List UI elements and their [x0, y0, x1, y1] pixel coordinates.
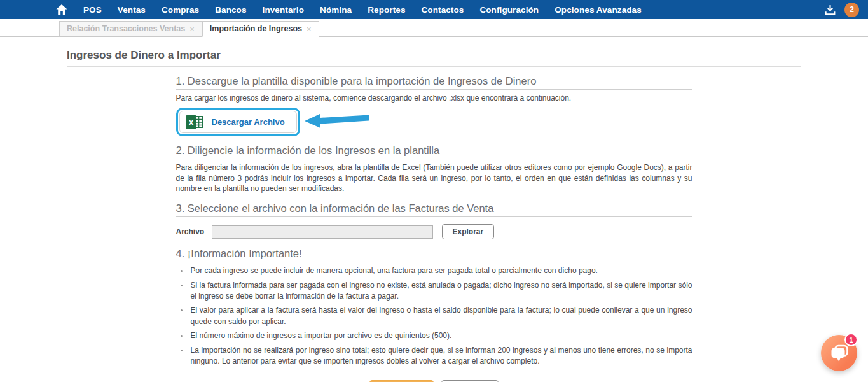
list-item: El valor para aplicar a la factura será … [189, 305, 692, 327]
list-item: La importación no se realizará por ingre… [189, 345, 692, 367]
svg-text:X: X [188, 117, 194, 127]
nav-item-contactos[interactable]: Contactos [422, 5, 464, 15]
download-row: X Descargar Archivo [176, 108, 692, 136]
close-icon[interactable]: × [189, 25, 195, 33]
nav-item-reportes[interactable]: Reportes [368, 5, 405, 15]
list-item: El número máximo de ingresos a importar … [189, 330, 692, 341]
excel-icon: X [186, 115, 203, 129]
browse-button[interactable]: Explorar [442, 224, 495, 239]
list-item: Si la factura informada para ser pagada … [189, 280, 692, 302]
nav-item-inventario[interactable]: Inventario [263, 5, 305, 15]
download-icon [824, 4, 836, 16]
section-1-description: Para cargar los ingresos de dinero al si… [176, 93, 692, 104]
page-title: Ingresos de Dinero a Importar [67, 49, 801, 62]
section-divider [176, 159, 692, 159]
section-2-description: Para diligenciar la información de los i… [176, 162, 692, 194]
nav-item-ventas[interactable]: Ventas [118, 5, 146, 15]
download-file-label: Descargar Archivo [212, 117, 285, 127]
download-file-button[interactable]: X Descargar Archivo [179, 111, 297, 133]
notification-badge[interactable]: 2 [844, 3, 859, 17]
home-icon [56, 4, 67, 15]
nav-item-opciones-avanzadas[interactable]: Opciones Avanzadas [555, 5, 642, 15]
chat-bubbles-icon [830, 344, 849, 362]
tab-label: Relación Transacciones Ventas [67, 24, 185, 33]
list-item: Por cada ingreso se puede incluir de man… [189, 265, 692, 276]
file-select-row: Archivo Explorar [176, 224, 692, 239]
section-1-heading: 1. Descargue la plantilla disponible par… [176, 75, 692, 87]
section-divider [176, 262, 692, 262]
section-divider [176, 216, 692, 217]
nav-item-bancos[interactable]: Bancos [215, 5, 246, 15]
nav-item-configuracion[interactable]: Configuración [479, 5, 539, 15]
tab-bar: Relación Transacciones Ventas × Importac… [0, 19, 868, 37]
title-divider [67, 66, 801, 67]
main-content: Ingresos de Dinero a Importar 1. Descarg… [0, 49, 868, 382]
top-navbar: POS Ventas Compras Bancos Inventario Nóm… [0, 0, 868, 19]
tab-label: Importación de Ingresos [210, 24, 302, 33]
nav-item-nomina[interactable]: Nómina [320, 5, 352, 15]
section-3-heading: 3. Seleccione el archivo con la informac… [176, 202, 692, 215]
tab-relacion-transacciones-ventas[interactable]: Relación Transacciones Ventas × [59, 21, 202, 37]
section-divider [176, 89, 692, 90]
close-icon[interactable]: × [307, 25, 312, 33]
home-button[interactable] [56, 4, 67, 15]
nav-item-pos[interactable]: POS [83, 5, 102, 15]
annotation-arrow-icon [303, 112, 369, 129]
section-2-heading: 2. Diligencie la información de los Ingr… [176, 145, 692, 157]
tab-importacion-de-ingresos[interactable]: Importación de Ingresos × [202, 21, 319, 37]
file-path-input[interactable] [212, 225, 433, 239]
annotation-highlight: X Descargar Archivo [176, 108, 300, 136]
section-4-heading: 4. ¡Información Importante! [176, 248, 692, 260]
download-tray-button[interactable] [824, 4, 836, 16]
chat-widget-button[interactable]: 1 [821, 335, 857, 371]
file-field-label: Archivo [176, 227, 212, 236]
chat-unread-badge: 1 [844, 333, 858, 346]
nav-item-compras[interactable]: Compras [162, 5, 199, 15]
important-info-list: Por cada ingreso se puede incluir de man… [181, 265, 692, 367]
